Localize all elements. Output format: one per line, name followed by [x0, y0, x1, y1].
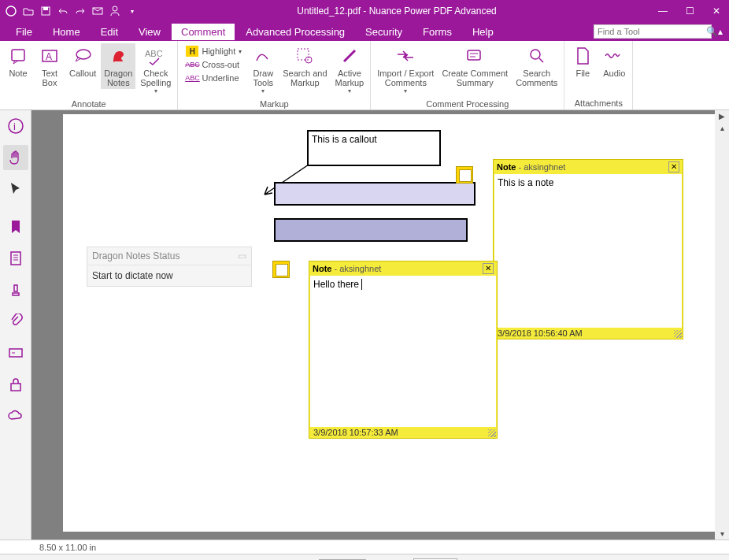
underline-tool[interactable]: ABCUnderline: [184, 72, 243, 84]
save-icon[interactable]: [39, 5, 52, 17]
scroll-down-icon[interactable]: ▾: [720, 528, 724, 540]
menu-security[interactable]: Security: [356, 24, 412, 40]
menu-file[interactable]: File: [6, 24, 42, 40]
select-tool-icon[interactable]: [3, 176, 28, 202]
svg-text:ABC: ABC: [145, 49, 163, 58]
menu-bar: File Home Edit View Comment Advanced Pro…: [0, 22, 729, 41]
attach-audio[interactable]: Audio: [599, 43, 629, 80]
sticky-note-2[interactable]: Note - aksinghnet ✕ Hello there 3/9/2018…: [309, 261, 498, 439]
search-icon[interactable]: 🔍: [706, 26, 718, 37]
attachment-icon[interactable]: [3, 309, 28, 334]
qat-dropdown-icon[interactable]: ▾: [126, 5, 139, 17]
underline-label: Underline: [202, 73, 239, 83]
svg-rect-5: [12, 50, 24, 61]
redo-icon[interactable]: [74, 5, 87, 17]
menu-comment[interactable]: Comment: [172, 24, 235, 40]
quick-access-toolbar: ▾: [5, 5, 139, 17]
callout-annotation[interactable]: This is a callout: [307, 130, 441, 166]
dragon-label: Dragon Notes: [104, 69, 132, 87]
group-attach-label: Attachments: [564, 98, 632, 109]
bookmarks-icon[interactable]: [3, 214, 28, 239]
svg-rect-18: [11, 384, 20, 391]
callout-tool[interactable]: Callout: [66, 43, 99, 80]
menu-help[interactable]: Help: [463, 24, 503, 40]
rectangle-annotation-2[interactable]: [274, 218, 468, 242]
info-icon[interactable]: i: [3, 113, 28, 139]
crossout-tool[interactable]: ABCCross-out: [184, 58, 243, 71]
note2-body[interactable]: Hello there: [309, 276, 497, 427]
user-icon[interactable]: [109, 5, 121, 17]
ribbon-collapse-icon[interactable]: ▴: [718, 26, 723, 37]
note2-timestamp: 3/9/2018 10:57:33 AM: [313, 428, 398, 437]
open-icon[interactable]: [22, 5, 35, 17]
title-bar: ▾ Untitled_12.pdf - Nuance Power PDF Adv…: [0, 0, 729, 22]
highlight-tool[interactable]: HHighlight ▾: [184, 45, 243, 57]
left-sidebar: i: [0, 110, 31, 540]
scroll-up-icon[interactable]: ▴: [720, 122, 724, 134]
note-marker-1[interactable]: [456, 166, 473, 184]
svg-rect-16: [11, 252, 20, 265]
dragon-status-panel: Dragon Notes Status▭ Start to dictate no…: [87, 247, 252, 287]
dragon-close-icon[interactable]: ▭: [238, 250, 246, 261]
note1-resize-handle[interactable]: [674, 330, 682, 338]
form-icon[interactable]: [3, 340, 28, 365]
maximize-button[interactable]: ☐: [682, 6, 698, 17]
rectangle-annotation-1[interactable]: [274, 182, 476, 206]
menu-advanced[interactable]: Advanced Processing: [236, 24, 354, 40]
right-scrollbar[interactable]: ▶ ▴ ▾: [715, 110, 729, 540]
note-tool[interactable]: Note: [3, 43, 33, 80]
lock-icon[interactable]: [3, 372, 28, 397]
attach-file[interactable]: File: [568, 43, 598, 80]
dragon-body: Start to dictate now: [87, 265, 251, 286]
group-annotate-label: Annotate: [0, 98, 177, 110]
mail-icon[interactable]: [91, 5, 104, 17]
note-marker-2[interactable]: [272, 261, 290, 278]
tool-search-input[interactable]: [598, 27, 706, 36]
textbox-label: Text Box: [42, 69, 57, 87]
stamp-icon[interactable]: [3, 277, 28, 302]
spellcheck-tool[interactable]: ABCCheck Spelling▾: [137, 43, 174, 96]
scroll-right-icon[interactable]: ▶: [719, 110, 725, 122]
spell-label: Check Spelling: [140, 69, 171, 87]
undo-icon[interactable]: [57, 5, 69, 17]
close-button[interactable]: ✕: [709, 6, 724, 17]
hand-tool-icon[interactable]: [3, 145, 28, 170]
search-comments[interactable]: Search Comments: [513, 43, 561, 89]
note2-close-icon[interactable]: ✕: [483, 263, 494, 274]
tool-search[interactable]: 🔍: [594, 24, 712, 39]
dragon-notes-tool[interactable]: Dragon Notes: [101, 43, 135, 89]
menu-edit[interactable]: Edit: [91, 24, 128, 40]
cloud-icon[interactable]: [3, 403, 28, 428]
import-label: Import / Export Comments: [377, 69, 434, 87]
create-comment-summary[interactable]: Create Comment Summary: [439, 43, 511, 89]
note1-body[interactable]: This is a note: [494, 174, 683, 328]
import-export-comments[interactable]: Import / Export Comments▾: [374, 43, 437, 96]
menu-view[interactable]: View: [129, 24, 170, 40]
svg-point-4: [113, 6, 117, 11]
search-markup-tool[interactable]: Search and Markup: [279, 43, 330, 89]
drawtools-label: Draw Tools: [253, 69, 273, 87]
document-area[interactable]: This is a callout Dragon Notes Status▭ S…: [31, 110, 715, 540]
pages-icon[interactable]: [3, 246, 28, 271]
callout-label: Callout: [69, 69, 96, 78]
svg-point-14: [9, 119, 23, 133]
note2-author: - aksinghnet: [334, 264, 381, 273]
minimize-button[interactable]: —: [655, 6, 671, 17]
textbox-tool[interactable]: AText Box: [35, 43, 65, 89]
svg-point-8: [76, 50, 91, 59]
dimension-bar: 8.50 x 11.00 in: [0, 540, 729, 554]
active-markup-tool[interactable]: Active Markup▾: [332, 43, 368, 96]
draw-tools[interactable]: Draw Tools▾: [248, 43, 278, 96]
ribbon: Note AText Box Callout Dragon Notes ABCC…: [0, 41, 729, 110]
crossout-label: Cross-out: [202, 60, 239, 69]
activemarkup-label: Active Markup: [335, 69, 364, 87]
note2-resize-handle[interactable]: [488, 429, 496, 437]
menu-forms[interactable]: Forms: [413, 24, 461, 40]
note-label: Note: [9, 69, 27, 78]
note1-close-icon[interactable]: ✕: [668, 161, 679, 172]
sticky-note-1[interactable]: Note - aksinghnet ✕ This is a note 3/9/2…: [493, 159, 683, 339]
highlight-label: Highlight: [202, 46, 235, 56]
svg-rect-2: [43, 7, 48, 10]
menu-home[interactable]: Home: [43, 24, 90, 40]
svg-text:A: A: [46, 51, 52, 62]
